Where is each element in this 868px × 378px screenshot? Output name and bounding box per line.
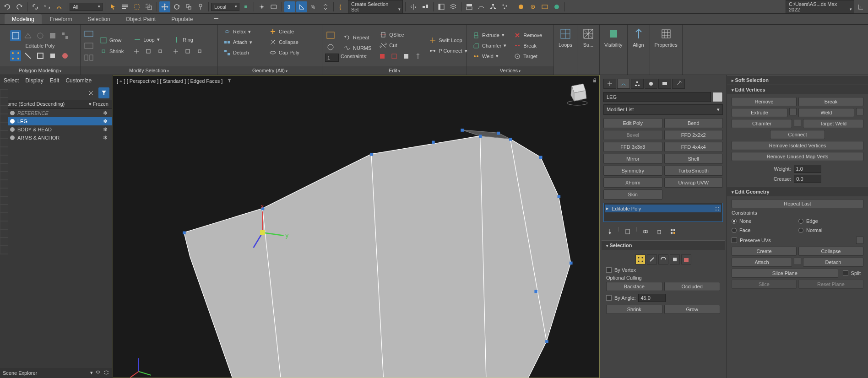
- pivot-center-icon[interactable]: [240, 1, 251, 12]
- ring-grow-icon[interactable]: [182, 46, 193, 57]
- ev-extrude-settings[interactable]: [789, 108, 797, 115]
- vt-icon[interactable]: [0, 164, 8, 171]
- modifier-stack[interactable]: ▸ Editable Poly: [603, 203, 723, 222]
- modifier-list-dropdown[interactable]: Modifier List▾: [603, 104, 723, 115]
- rectangle-select-icon[interactable]: [131, 1, 142, 12]
- ring-shrink-icon[interactable]: [194, 46, 205, 57]
- select-place-icon[interactable]: [195, 1, 206, 12]
- col-name-header[interactable]: Name (Sorted Descending): [4, 101, 65, 107]
- chamfer-vertex-button[interactable]: Chamfer ▾: [470, 41, 509, 51]
- preserve-uvs-settings[interactable]: [856, 237, 863, 244]
- create-panel-tab[interactable]: [603, 79, 616, 89]
- ev-remove-iso-button[interactable]: Remove Isolated Vertices: [732, 141, 863, 150]
- constraint-face-icon[interactable]: [401, 51, 412, 62]
- unlink-icon[interactable]: [42, 1, 53, 12]
- object-color-swatch[interactable]: [713, 92, 723, 102]
- mod-turbosmooth-button[interactable]: TurboSmooth: [664, 166, 723, 176]
- ev-target-weld-button[interactable]: Target Weld: [803, 119, 863, 128]
- mod-bevel-button[interactable]: Bevel: [603, 130, 662, 140]
- viewport[interactable]: [ + ] [ Perspective ] [ Standard ] [ Edg…: [113, 75, 600, 378]
- vt-icon[interactable]: [0, 221, 8, 229]
- select-by-name-icon[interactable]: [119, 1, 130, 12]
- border-level-icon[interactable]: [658, 254, 668, 265]
- angle-snap-icon[interactable]: [296, 1, 307, 12]
- vt-icon[interactable]: [0, 139, 8, 146]
- menu-edit[interactable]: Edit: [50, 77, 60, 84]
- vt-icon[interactable]: [0, 156, 8, 163]
- loop-plus-icon[interactable]: [131, 46, 142, 57]
- soft-selection-header[interactable]: Soft Selection: [727, 75, 868, 85]
- mod-ffd3-button[interactable]: FFD 3x3x3: [603, 142, 662, 152]
- snap-toggle-icon[interactable]: 3: [284, 1, 295, 12]
- constraint-normal-radio[interactable]: Normal: [798, 227, 863, 234]
- mod-edit-poly-button[interactable]: Edit Poly: [603, 118, 662, 128]
- preserve-uvs-checkbox[interactable]: Preserve UVs: [732, 236, 863, 245]
- vt-icon[interactable]: [0, 230, 8, 237]
- loops-large-button[interactable]: Loops: [554, 25, 577, 50]
- manipulate-icon[interactable]: [256, 1, 267, 12]
- subdiv-large-button[interactable]: Su...: [577, 25, 599, 50]
- toggle-scene-explorer-icon[interactable]: [436, 1, 447, 12]
- remove-modifier-icon[interactable]: [654, 226, 665, 237]
- edge-subobject-icon[interactable]: [22, 50, 33, 61]
- vt-icon[interactable]: [0, 180, 8, 188]
- crease-spinner[interactable]: [794, 175, 821, 183]
- vt-icon[interactable]: [0, 106, 8, 113]
- properties-large-button[interactable]: Properties: [650, 25, 682, 50]
- loop-grow-icon[interactable]: [143, 46, 154, 57]
- select-object-icon[interactable]: [108, 1, 119, 12]
- footer-dropdown-icon[interactable]: ▾: [90, 370, 93, 376]
- keyboard-shortcut-icon[interactable]: [268, 1, 279, 12]
- nurms-button[interactable]: NURMS: [341, 43, 374, 53]
- hierarchy-panel-tab[interactable]: [631, 79, 644, 89]
- remove-vertex-button[interactable]: Remove: [511, 30, 545, 40]
- element-mode-icon[interactable]: [60, 30, 71, 41]
- display-panel-tab[interactable]: [658, 79, 671, 89]
- mod-unwrap-button[interactable]: Unwrap UVW: [664, 178, 723, 188]
- grow-sel-button[interactable]: Grow: [664, 305, 721, 314]
- polygon-level-icon[interactable]: [670, 254, 680, 265]
- toggle-layer-explorer-icon[interactable]: [448, 1, 459, 12]
- vertex-level-icon[interactable]: [635, 254, 646, 265]
- eg-slice-plane-button[interactable]: Slice Plane: [732, 269, 838, 278]
- repeat-button[interactable]: Repeat: [341, 32, 374, 43]
- group-title-edit[interactable]: Edit: [322, 66, 467, 75]
- eg-attach-button[interactable]: Attach: [732, 258, 792, 267]
- by-angle-spinner[interactable]: [638, 294, 666, 302]
- material-editor-icon[interactable]: [515, 1, 526, 12]
- ev-weld-button[interactable]: Weld: [798, 108, 854, 117]
- motion-panel-tab[interactable]: [645, 79, 657, 89]
- extrude-vertex-button[interactable]: Extrude ▾: [470, 30, 509, 40]
- mirror-icon[interactable]: [408, 1, 419, 12]
- eg-slice-button[interactable]: Slice: [732, 280, 797, 289]
- ribbon-toggle-icon[interactable]: [464, 1, 475, 12]
- attach-button[interactable]: Attach ▾: [221, 37, 266, 47]
- menu-customize[interactable]: Customize: [65, 77, 92, 84]
- eg-reset-plane-button[interactable]: Reset Plane: [798, 280, 863, 289]
- particle-view-icon[interactable]: [499, 1, 510, 12]
- tab-object-paint[interactable]: Object Paint: [119, 14, 163, 24]
- modifier-stack-item[interactable]: ▸ Editable Poly: [605, 205, 721, 212]
- eg-attach-settings[interactable]: [794, 258, 801, 265]
- configure-sets-icon[interactable]: [667, 226, 678, 237]
- curve-editor-icon[interactable]: [476, 1, 487, 12]
- col-frozen-header[interactable]: ▾ Frozen: [89, 101, 108, 107]
- tab-modeling[interactable]: Modeling: [5, 14, 42, 24]
- world-axis-icon[interactable]: [855, 1, 866, 12]
- mod-ffd2-button[interactable]: FFD 2x2x2: [664, 130, 723, 140]
- undo-icon[interactable]: [2, 1, 13, 12]
- selection-rollout-header[interactable]: Selection: [602, 240, 725, 250]
- ev-connect-button[interactable]: Connect: [770, 130, 825, 139]
- constraint-none-radio[interactable]: None: [732, 217, 797, 225]
- edit-spinner[interactable]: [325, 54, 339, 62]
- select-scale-icon[interactable]: [183, 1, 194, 12]
- group-title-modify-selection[interactable]: Modify Selection: [81, 66, 217, 75]
- select-move-icon[interactable]: [159, 1, 170, 12]
- freeze-toggle-icon[interactable]: ❄: [100, 126, 110, 133]
- tab-freeform[interactable]: Freeform: [43, 14, 80, 24]
- eg-detach-button[interactable]: Detach: [803, 258, 863, 267]
- freeze-toggle-icon[interactable]: ❄: [100, 118, 110, 124]
- bind-icon[interactable]: [54, 1, 65, 12]
- cap-poly-button[interactable]: Cap Poly: [266, 48, 302, 58]
- create-button[interactable]: Create: [266, 27, 297, 37]
